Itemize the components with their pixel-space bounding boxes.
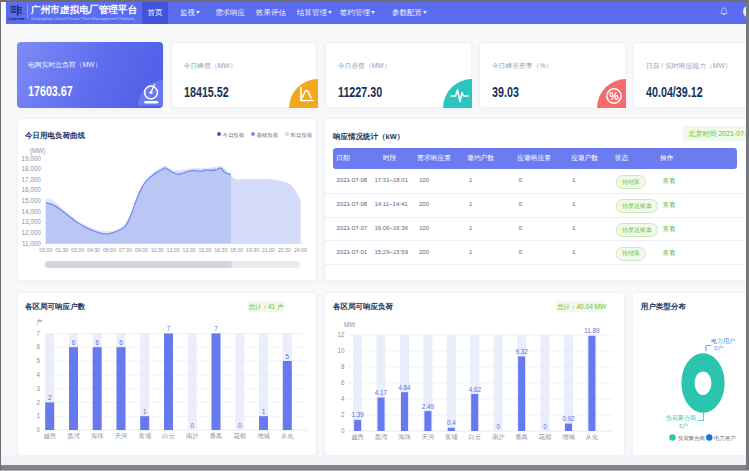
svg-text:6: 6 [119,339,123,346]
svg-text:4.17: 4.17 [375,389,388,396]
svg-text:MW: MW [344,321,355,328]
svg-text:白云: 白云 [469,433,482,441]
svg-text:0.92: 0.92 [563,415,576,422]
svg-text:天河: 天河 [115,432,128,440]
svg-text:海珠: 海珠 [399,433,412,441]
svg-text:花都: 花都 [233,432,247,440]
svg-text:0: 0 [341,427,345,434]
svg-text:0: 0 [497,423,501,430]
svg-text:12:00: 12:00 [167,247,180,253]
svg-text:0: 0 [544,423,548,430]
svg-text:12,000: 12,000 [22,229,42,236]
svg-text:11,000: 11,000 [22,240,41,247]
svg-text:6: 6 [36,343,40,350]
svg-text:0: 0 [36,426,40,433]
svg-text:15:00: 15:00 [198,247,211,253]
svg-text:16,000: 16,000 [22,186,42,193]
svg-text:16:30: 16:30 [214,247,227,253]
svg-text:01:30: 01:30 [55,247,68,253]
svg-text:10: 10 [338,347,346,354]
svg-text:04:30: 04:30 [87,247,100,253]
svg-text:0.4: 0.4 [447,419,456,426]
svg-text:6: 6 [72,339,76,346]
svg-text:4.62: 4.62 [469,386,482,393]
svg-text:1: 1 [262,408,266,415]
svg-text:越秀: 越秀 [43,432,56,440]
svg-text:3户: 3户 [678,422,687,429]
svg-text:18,000: 18,000 [22,165,42,172]
svg-text:21:00: 21:00 [262,247,275,253]
svg-text:5: 5 [36,357,40,364]
svg-text:4: 4 [36,371,40,378]
svg-text:1: 1 [36,412,40,419]
svg-text:14,000: 14,000 [22,208,42,215]
svg-text:22:30: 22:30 [278,247,291,253]
svg-text:17,000: 17,000 [22,176,42,183]
svg-text:6: 6 [341,379,345,386]
svg-text:黄埔: 黄埔 [445,433,458,441]
svg-text:3: 3 [36,385,40,392]
svg-text:2: 2 [36,399,40,406]
svg-text:1.39: 1.39 [352,411,365,418]
svg-text:2: 2 [341,411,345,418]
svg-text:7: 7 [214,325,218,332]
svg-text:越秀: 越秀 [352,433,365,441]
svg-text:09:00: 09:00 [135,247,148,253]
svg-text:4.84: 4.84 [399,384,412,391]
svg-text:负荷聚合商: 负荷聚合商 [666,414,696,422]
svg-text:13:30: 13:30 [183,247,196,253]
svg-text:%: % [609,89,619,101]
svg-text:24:00: 24:00 [294,247,307,253]
svg-text:6: 6 [95,339,99,346]
svg-text:南沙: 南沙 [492,433,505,441]
svg-text:7: 7 [167,325,171,332]
svg-text:15,000: 15,000 [22,197,42,204]
svg-text:天河: 天河 [422,433,435,441]
svg-text:荔湾: 荔湾 [375,433,388,441]
svg-text:9.32: 9.32 [516,348,529,355]
svg-text:2: 2 [48,394,52,401]
svg-text:增城: 增城 [562,433,576,440]
svg-text:11.89: 11.89 [585,327,601,334]
svg-text:03:00: 03:00 [71,247,84,253]
svg-text:从化: 从化 [586,433,599,441]
svg-text:电力用户: 电力用户 [714,435,736,442]
svg-text:增城: 增城 [256,432,270,439]
svg-text:13,000: 13,000 [22,218,42,225]
svg-text:黄埔: 黄埔 [138,432,151,440]
svg-text:南沙: 南沙 [186,432,199,440]
svg-text:5: 5 [286,353,290,360]
svg-text:0: 0 [191,422,195,429]
svg-text:00:00: 00:00 [39,247,52,253]
svg-text:10:30: 10:30 [151,247,164,253]
svg-text:19,000: 19,000 [22,155,42,162]
svg-text:07:30: 07:30 [119,247,132,253]
svg-text:番禺: 番禺 [210,432,223,440]
svg-text:花都: 花都 [538,433,552,441]
svg-text:海珠: 海珠 [91,432,104,440]
svg-text:2.49: 2.49 [422,403,435,410]
svg-text:06:00: 06:00 [103,247,116,253]
svg-text:户: 户 [36,318,42,325]
svg-text:7: 7 [36,330,40,337]
svg-text:0: 0 [238,422,242,429]
svg-text:1: 1 [143,408,147,415]
svg-text:白云: 白云 [162,432,175,440]
svg-text:负荷聚合商: 负荷聚合商 [678,435,706,442]
svg-text:4: 4 [341,395,345,402]
svg-text:荔湾: 荔湾 [67,432,80,440]
svg-text:8: 8 [341,363,345,370]
svg-text:从化: 从化 [281,432,294,440]
svg-text:19:30: 19:30 [246,247,259,253]
svg-text:电力用户: 电力用户 [711,337,735,345]
svg-text:18:00: 18:00 [230,247,243,253]
svg-text:12: 12 [338,331,346,338]
svg-text:0户: 0户 [714,344,723,351]
svg-text:番禺: 番禺 [516,433,529,441]
